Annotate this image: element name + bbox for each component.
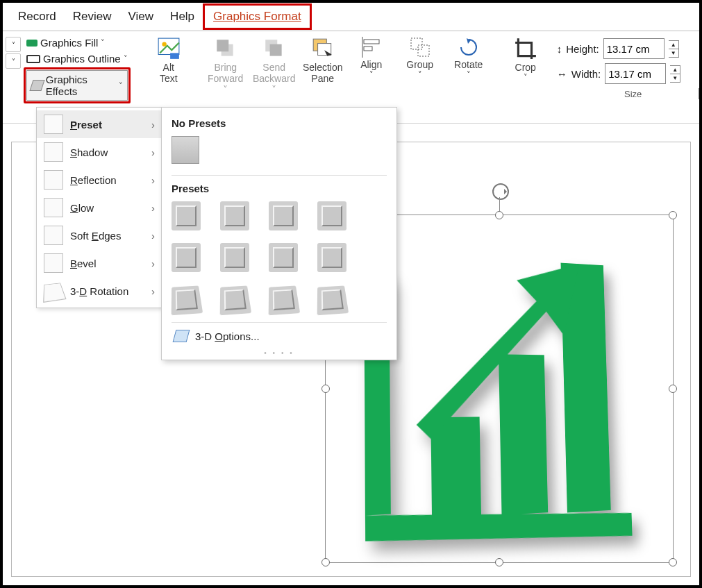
width-input[interactable] <box>605 63 666 84</box>
chevron-right-icon: › <box>151 119 155 131</box>
rotate-icon <box>458 37 479 58</box>
qb-2[interactable]: ˅ <box>6 53 21 69</box>
preset-grid <box>172 201 387 314</box>
softedges-thumb-icon <box>44 226 63 245</box>
effects-glow[interactable]: GlowGlow› <box>37 194 162 221</box>
effects-shadow[interactable]: ShadowShadow› <box>37 138 162 166</box>
send-backward-button[interactable]: SendBackward ˅ <box>250 34 299 95</box>
graphics-fill-button[interactable]: Graphics Fill ˅ <box>24 35 131 50</box>
ribbon-tabs: Record Review View Help Graphics Format <box>3 3 699 31</box>
group-button[interactable]: Group˅ <box>396 34 444 79</box>
svg-point-1 <box>162 42 166 46</box>
rotate-handle[interactable] <box>492 183 509 200</box>
handle-tr[interactable] <box>669 211 677 219</box>
3d-options-button[interactable]: 3-D Options...3-D Options... <box>172 322 387 349</box>
align-button[interactable]: Align˅ <box>347 34 396 79</box>
bring-forward-button[interactable]: BringForward ˅ <box>201 34 250 95</box>
preset-2[interactable] <box>220 201 249 230</box>
graphics-outline-button[interactable]: Graphics Outline ˅ <box>24 51 131 66</box>
effects-dropdown: Preset Preset › ShadowShadow› Reflection… <box>36 107 162 308</box>
preset-9[interactable] <box>172 285 203 315</box>
preset-11[interactable] <box>269 285 301 315</box>
reflection-thumb-icon <box>44 170 63 190</box>
effects-soft-edges[interactable]: Soft EdgesSoft Edges› <box>37 221 162 249</box>
qb-1[interactable]: ˅ <box>6 37 21 52</box>
effects-icon <box>29 80 44 91</box>
preset-8[interactable] <box>317 243 346 272</box>
tab-graphics-format[interactable]: Graphics Format <box>203 3 312 30</box>
preset-6[interactable] <box>220 243 249 272</box>
effects-bevel[interactable]: BevelBevel› <box>37 249 162 277</box>
selection-pane-icon <box>311 37 335 60</box>
preset-4[interactable] <box>317 201 346 230</box>
quick-buttons: ˅ ˅ <box>6 37 21 69</box>
handle-tm[interactable] <box>495 211 503 219</box>
width-label: Width: <box>571 68 601 80</box>
tab-help[interactable]: Help <box>162 6 203 28</box>
tab-review[interactable]: Review <box>65 6 120 28</box>
height-row: ↕ Height: ▲▼ <box>557 38 702 59</box>
tab-view[interactable]: View <box>120 6 162 28</box>
no-preset-swatch[interactable] <box>172 136 199 164</box>
rotate-stem <box>499 197 500 211</box>
preset-thumb-icon <box>44 115 63 134</box>
preset-3[interactable] <box>269 201 298 230</box>
svg-rect-13 <box>418 45 429 56</box>
bevel-thumb-icon <box>44 253 63 273</box>
width-spinner[interactable]: ▲▼ <box>670 65 680 83</box>
svg-rect-10 <box>364 47 372 51</box>
width-icon: ↔ <box>557 68 567 80</box>
preset-flyout: No Presets Presets 3-D Options...3-D Opt… <box>161 107 397 360</box>
shadow-thumb-icon <box>44 142 63 162</box>
glow-thumb-icon <box>44 198 63 217</box>
height-input[interactable] <box>603 38 665 59</box>
align-icon <box>361 37 382 58</box>
size-group-label: Size <box>557 89 702 99</box>
preset-1[interactable] <box>172 201 201 230</box>
preset-12[interactable] <box>317 285 349 315</box>
no-presets-heading: No Presets <box>172 117 387 129</box>
graphics-effects-button[interactable]: Graphics Effects˅ <box>26 70 128 101</box>
graphics-styles-col: Graphics Fill ˅ Graphics Outline ˅ Graph… <box>24 35 131 103</box>
svg-rect-12 <box>411 38 422 49</box>
size-dialog-launcher[interactable]: ↘ <box>699 88 702 99</box>
tab-record[interactable]: Record <box>10 6 65 28</box>
height-icon: ↕ <box>557 43 562 55</box>
effects-preset[interactable]: Preset Preset › <box>37 110 162 138</box>
handle-br[interactable] <box>669 558 677 566</box>
height-label: Height: <box>566 43 599 55</box>
rotate-button[interactable]: Rotate˅ <box>444 34 493 79</box>
fill-icon <box>26 40 37 47</box>
bring-forward-icon <box>214 37 237 60</box>
presets-heading: Presets <box>172 183 387 194</box>
alt-text-button[interactable]: AltText <box>144 34 193 84</box>
svg-rect-2 <box>170 53 179 59</box>
outline-icon <box>26 55 40 63</box>
svg-rect-17 <box>499 354 548 515</box>
group-icon <box>410 37 431 58</box>
3d-options-icon <box>173 330 190 342</box>
crop-icon <box>514 37 537 60</box>
effects-preset-label: Preset <box>70 119 102 131</box>
handle-rm[interactable] <box>669 385 677 393</box>
crop-button[interactable]: Crop˅ <box>501 34 550 82</box>
graphics-effects-highlight: Graphics Effects˅ <box>24 67 131 103</box>
height-spinner[interactable]: ▲▼ <box>669 40 679 58</box>
width-row: ↔ Width: ▲▼ <box>557 63 702 84</box>
svg-rect-6 <box>269 44 281 56</box>
preset-5[interactable] <box>172 243 201 272</box>
selection-pane-button[interactable]: SelectionPane <box>299 34 347 84</box>
flyout-grip[interactable]: • • • • <box>172 349 387 360</box>
effects-3d-rotation[interactable]: 3-D Rotation3-D Rotation› <box>37 277 162 305</box>
rotation3d-thumb-icon <box>43 283 66 303</box>
svg-rect-9 <box>364 40 379 44</box>
effects-reflection[interactable]: ReflectionReflection› <box>37 166 162 194</box>
size-group: ↕ Height: ▲▼ ↔ Width: ▲▼ Size ↘ <box>557 38 702 84</box>
svg-marker-19 <box>415 254 584 439</box>
send-backward-icon <box>262 37 286 60</box>
alt-text-icon <box>157 37 181 60</box>
svg-rect-16 <box>431 417 481 519</box>
preset-10[interactable] <box>220 285 252 315</box>
preset-7[interactable] <box>269 243 298 272</box>
svg-rect-4 <box>217 40 228 51</box>
